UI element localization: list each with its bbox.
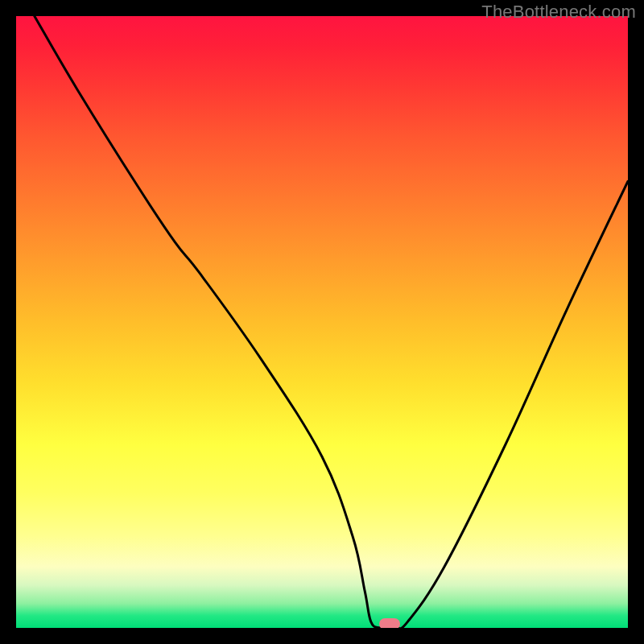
optimal-marker xyxy=(379,618,400,628)
chart-frame: TheBottleneck.com xyxy=(0,0,644,644)
watermark-text: TheBottleneck.com xyxy=(481,2,636,23)
bottleneck-curve xyxy=(16,16,628,628)
plot-area xyxy=(16,16,628,628)
